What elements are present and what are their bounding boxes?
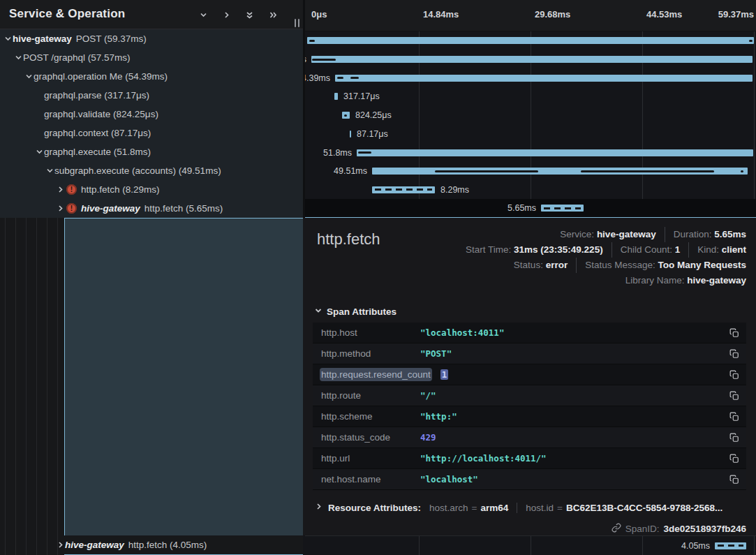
chevron-down-icon[interactable]	[24, 72, 34, 81]
copy-icon[interactable]	[729, 433, 739, 443]
span-duration-bar[interactable]	[350, 131, 351, 138]
meta-pair: Kind: client	[688, 242, 746, 258]
meta-value: hive-gateway	[687, 273, 746, 288]
span-tree-row[interactable]: !http.fetch (8.29ms)	[0, 180, 303, 199]
span-duration-bar[interactable]	[311, 56, 753, 63]
span-tree-row[interactable]: graphql.operation Me (54.39ms)	[0, 67, 303, 86]
resource-attributes-row[interactable]: Resource Attributes:host.arch=arm64host.…	[314, 498, 746, 517]
timeline-row[interactable]	[305, 31, 756, 50]
timeline-row[interactable]: 87.17μs	[305, 125, 756, 144]
attribute-key: http.host	[321, 327, 410, 338]
ruler-tick-label: 14.84ms	[423, 9, 459, 20]
span-id-row: SpanID: 3de02518937fb246	[612, 521, 746, 535]
copy-icon[interactable]	[729, 454, 739, 464]
timeline-row[interactable]: 54.39ms	[305, 68, 756, 87]
span-operation-label: POST (59.37ms)	[76, 34, 147, 44]
attribute-row: http.route"/"	[313, 385, 746, 406]
copy-icon[interactable]	[729, 475, 739, 484]
meta-label: Start Time:	[466, 242, 514, 258]
meta-row: Start Time: 31ms (23:35:49.225)Child Cou…	[466, 242, 746, 258]
span-duration-bar[interactable]	[372, 168, 748, 175]
span-duration-bar[interactable]	[335, 75, 753, 82]
meta-value: 1	[675, 242, 681, 258]
meta-value: 5.65ms	[714, 227, 746, 242]
timeline-row[interactable]: 824.25μs	[305, 106, 756, 125]
ruler-tick-label: 59.37ms	[718, 9, 754, 20]
timeline-row[interactable]: 51.8ms	[305, 143, 756, 162]
copy-icon[interactable]	[729, 412, 739, 422]
bottom-timeline-row: 4.05ms	[305, 535, 756, 555]
chevrons-down-icon[interactable]	[244, 10, 255, 20]
copy-icon[interactable]	[729, 328, 739, 338]
chevron-down-icon[interactable]	[35, 147, 44, 156]
span-detail-panel: http.fetch Service: hive-gatewayDuration…	[303, 218, 756, 535]
bar-duration-label: 824.25μs	[355, 110, 392, 120]
span-duration-bar[interactable]	[372, 186, 435, 193]
chevron-right-icon[interactable]	[56, 540, 65, 549]
attribute-value: 429	[420, 432, 436, 443]
span-tree-row[interactable]: POST /graphql (57.57ms)	[0, 48, 303, 67]
meta-label: Service:	[560, 227, 597, 242]
chevron-right-icon[interactable]	[56, 204, 65, 213]
resource-attributes-header: Resource Attributes:	[328, 503, 421, 513]
span-duration-bar[interactable]	[357, 149, 753, 156]
timeline-gridline	[419, 536, 420, 555]
chevron-down-icon[interactable]	[14, 53, 23, 62]
tree-panel-title: Service & Operation	[9, 7, 125, 21]
span-operation-label: graphql.context (87.17μs)	[44, 128, 151, 138]
timeline-row[interactable]: 57.57ms	[305, 50, 756, 69]
timeline-row[interactable]: 49.51ms	[305, 162, 756, 181]
span-tree-row[interactable]: graphql.validate (824.25μs)	[0, 105, 303, 124]
panel-resize-handle-icon[interactable]	[295, 19, 299, 27]
span-duration-bar[interactable]	[307, 37, 754, 44]
meta-value: client	[722, 242, 746, 258]
span-duration-bar[interactable]	[715, 542, 746, 549]
timeline-ruler: 0μs14.84ms29.68ms44.53ms59.37ms	[305, 0, 756, 31]
chevron-right-icon[interactable]	[221, 10, 232, 20]
meta-pair: Child Count: 1	[612, 242, 681, 258]
timeline-row[interactable]: 8.29ms	[305, 181, 756, 200]
attribute-value: "localhost:4011"	[420, 327, 504, 338]
span-tree-row[interactable]: !hive-gatewayhttp.fetch (5.65ms)	[0, 199, 303, 218]
chevron-down-icon[interactable]	[3, 34, 13, 43]
span-tree-panel: hive-gatewayPOST (59.37ms)POST /graphql …	[0, 0, 303, 555]
span-service-name: hive-gateway	[81, 203, 140, 214]
attribute-row: http.host"localhost:4011"	[313, 323, 746, 343]
attribute-key: net.host.name	[321, 474, 410, 484]
bar-duration-label: 317.17μs	[343, 91, 380, 101]
copy-icon[interactable]	[729, 349, 739, 359]
meta-label: Status Message:	[585, 258, 658, 273]
span-duration-bar[interactable]	[541, 205, 584, 212]
timeline-row[interactable]: 317.17μs	[305, 87, 756, 106]
child-span-marker	[435, 170, 538, 172]
span-tree-row[interactable]: graphql.parse (317.17μs)	[0, 86, 303, 105]
selected-span-expanded-area	[64, 218, 303, 535]
span-attributes-header[interactable]: Span Attributes	[314, 306, 396, 317]
attribute-value: "localhost"	[420, 474, 478, 484]
timeline-gridline	[642, 536, 643, 555]
chevrons-right-icon[interactable]	[267, 10, 278, 20]
chevron-right-icon[interactable]	[56, 185, 65, 194]
span-tree-row[interactable]: hive-gatewayhttp.fetch (4.05ms)	[0, 535, 303, 554]
span-tree-row[interactable]: hive-gatewayPOST (59.37ms)	[0, 29, 303, 48]
copy-icon[interactable]	[729, 391, 739, 401]
error-status-icon: !	[66, 203, 77, 214]
span-duration-bar[interactable]	[342, 112, 350, 119]
span-tree-row[interactable]: subgraph.execute (accounts) (49.51ms)	[0, 161, 303, 180]
span-tree-row[interactable]: graphql.execute (51.8ms)	[0, 142, 303, 161]
attribute-value: 1	[440, 369, 449, 380]
span-duration-bar[interactable]	[334, 93, 338, 100]
copy-icon[interactable]	[729, 370, 739, 380]
timeline-row[interactable]: 5.65ms	[305, 199, 756, 218]
chevron-down-icon[interactable]	[45, 166, 54, 175]
attribute-value: "http:"	[420, 411, 457, 422]
resource-key: host.id	[526, 503, 554, 513]
span-attributes-header-label: Span Attributes	[327, 306, 396, 317]
span-operation-label: POST /graphql (57.57ms)	[23, 52, 131, 63]
link-icon[interactable]	[612, 523, 621, 535]
ruler-tick-label: 0μs	[311, 9, 327, 20]
span-tree-row[interactable]: graphql.context (87.17μs)	[0, 124, 303, 142]
span-service-name: hive-gateway	[13, 34, 72, 44]
span-operation-label: http.fetch (5.65ms)	[144, 203, 223, 214]
chevron-down-icon[interactable]	[198, 10, 209, 20]
